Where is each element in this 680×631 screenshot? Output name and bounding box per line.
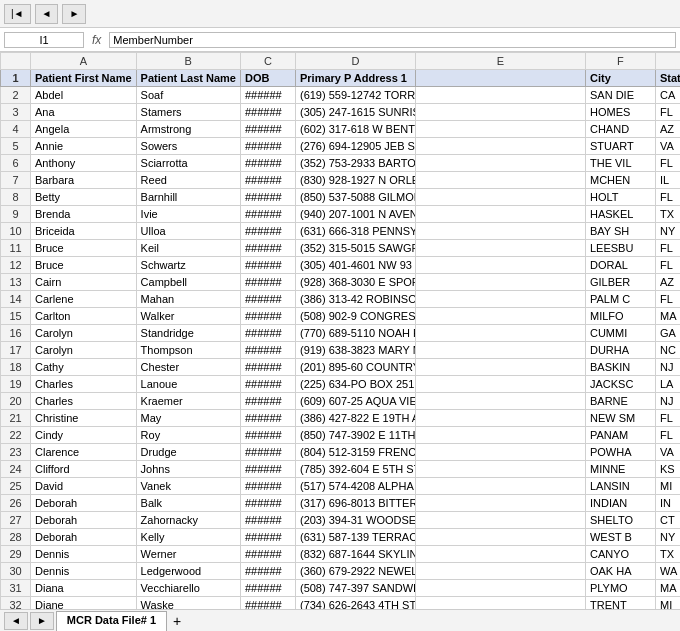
- cell-A-26[interactable]: Deborah: [31, 495, 137, 512]
- cell-A-16[interactable]: Carolyn: [31, 325, 137, 342]
- cell-C-10[interactable]: ######: [240, 223, 295, 240]
- sheet-nav-prev[interactable]: |◄: [4, 4, 31, 24]
- cell-G-8[interactable]: FL: [655, 189, 680, 206]
- cell-D-5[interactable]: (276) 694-12905 JEB STUART HWY: [295, 138, 415, 155]
- name-box[interactable]: [4, 32, 84, 48]
- cell-E-7[interactable]: [415, 172, 585, 189]
- col-header-D[interactable]: D: [295, 53, 415, 70]
- cell-F-23[interactable]: POWHA: [585, 444, 655, 461]
- cell-G-27[interactable]: CT: [655, 512, 680, 529]
- cell-G-29[interactable]: TX: [655, 546, 680, 563]
- cell-D-11[interactable]: (352) 315-5015 SAWGRASS LAKE CIR: [295, 240, 415, 257]
- cell-B-4[interactable]: Armstrong: [136, 121, 240, 138]
- cell-D-13[interactable]: (928) 368-3030 E SPORTS CT: [295, 274, 415, 291]
- cell-C-25[interactable]: ######: [240, 478, 295, 495]
- cell-G-25[interactable]: MI: [655, 478, 680, 495]
- cell-B-21[interactable]: May: [136, 410, 240, 427]
- cell-A-19[interactable]: Charles: [31, 376, 137, 393]
- cell-G-9[interactable]: TX: [655, 206, 680, 223]
- cell-B-18[interactable]: Chester: [136, 359, 240, 376]
- cell-E-21[interactable]: [415, 410, 585, 427]
- tab-nav-prev[interactable]: ◄: [4, 612, 28, 630]
- cell-B-16[interactable]: Standridge: [136, 325, 240, 342]
- cell-G-21[interactable]: FL: [655, 410, 680, 427]
- cell-F-22[interactable]: PANAM: [585, 427, 655, 444]
- col-header-F[interactable]: F: [585, 53, 655, 70]
- cell-A-7[interactable]: Barbara: [31, 172, 137, 189]
- cell-F-16[interactable]: CUMMI: [585, 325, 655, 342]
- cell-A-12[interactable]: Bruce: [31, 257, 137, 274]
- add-sheet-button[interactable]: +: [169, 613, 185, 629]
- cell-A-30[interactable]: Dennis: [31, 563, 137, 580]
- cell-F-12[interactable]: DORAL: [585, 257, 655, 274]
- cell-E-15[interactable]: [415, 308, 585, 325]
- cell-B-26[interactable]: Balk: [136, 495, 240, 512]
- cell-E-9[interactable]: [415, 206, 585, 223]
- cell-C-31[interactable]: ######: [240, 580, 295, 597]
- cell-A-8[interactable]: Betty: [31, 189, 137, 206]
- col-header-G[interactable]: G: [655, 53, 680, 70]
- col-header-E[interactable]: E: [415, 53, 585, 70]
- cell-A-31[interactable]: Diana: [31, 580, 137, 597]
- cell-A-21[interactable]: Christine: [31, 410, 137, 427]
- cell-C-2[interactable]: ######: [240, 87, 295, 104]
- cell-F-2[interactable]: SAN DIE: [585, 87, 655, 104]
- cell-G-23[interactable]: VA: [655, 444, 680, 461]
- cell-G-5[interactable]: VA: [655, 138, 680, 155]
- cell-D-8[interactable]: (850) 537-5088 GILMORE RD: [295, 189, 415, 206]
- cell-C-12[interactable]: ######: [240, 257, 295, 274]
- cell-C-15[interactable]: ######: [240, 308, 295, 325]
- cell-C-16[interactable]: ######: [240, 325, 295, 342]
- cell-C-7[interactable]: ######: [240, 172, 295, 189]
- cell-E-11[interactable]: [415, 240, 585, 257]
- cell-C-20[interactable]: ######: [240, 393, 295, 410]
- cell-A-23[interactable]: Clarence: [31, 444, 137, 461]
- cell-F-13[interactable]: GILBER: [585, 274, 655, 291]
- cell-D-2[interactable]: (619) 559-12742 TORREY BLUFF DR APT 33: [295, 87, 415, 104]
- cell-A-25[interactable]: David: [31, 478, 137, 495]
- cell-C-11[interactable]: ######: [240, 240, 295, 257]
- cell-D-27[interactable]: (203) 394-31 WOODSEND AVE: [295, 512, 415, 529]
- cell-D-26[interactable]: (317) 696-8013 BITTERNUT DR: [295, 495, 415, 512]
- cell-G-7[interactable]: IL: [655, 172, 680, 189]
- cell-D-32[interactable]: (734) 626-2643 4TH ST: [295, 597, 415, 610]
- cell-E-12[interactable]: [415, 257, 585, 274]
- cell-B-9[interactable]: Ivie: [136, 206, 240, 223]
- cell-D-29[interactable]: (832) 687-1644 SKYLINE HLS: [295, 546, 415, 563]
- cell-B-10[interactable]: Ulloa: [136, 223, 240, 240]
- cell-D-31[interactable]: (508) 747-397 SANDWICH ST: [295, 580, 415, 597]
- cell-B-20[interactable]: Kraemer: [136, 393, 240, 410]
- cell-D-12[interactable]: (305) 401-4601 NW 93 NRD DORAL CT: [295, 257, 415, 274]
- cell-A-27[interactable]: Deborah: [31, 512, 137, 529]
- cell-D-3[interactable]: (305) 247-1615 SUNRISE BLVD: [295, 104, 415, 121]
- cell-D-10[interactable]: (631) 666-318 PENNSYLVANIA AVE: [295, 223, 415, 240]
- cell-B-23[interactable]: Drudge: [136, 444, 240, 461]
- cell-C-4[interactable]: ######: [240, 121, 295, 138]
- cell-C-3[interactable]: ######: [240, 104, 295, 121]
- cell-F-19[interactable]: JACKSC: [585, 376, 655, 393]
- cell-C-30[interactable]: ######: [240, 563, 295, 580]
- cell-C-13[interactable]: ######: [240, 274, 295, 291]
- cell-A-11[interactable]: Bruce: [31, 240, 137, 257]
- cell-C-5[interactable]: ######: [240, 138, 295, 155]
- cell-D-25[interactable]: (517) 574-4208 ALPHA ST: [295, 478, 415, 495]
- cell-F-17[interactable]: DURHA: [585, 342, 655, 359]
- cell-C-18[interactable]: ######: [240, 359, 295, 376]
- cell-C-17[interactable]: ######: [240, 342, 295, 359]
- cell-E-25[interactable]: [415, 478, 585, 495]
- cell-A-22[interactable]: Cindy: [31, 427, 137, 444]
- cell-F-27[interactable]: SHELTO: [585, 512, 655, 529]
- cell-C-32[interactable]: ######: [240, 597, 295, 610]
- cell-F-7[interactable]: MCHEN: [585, 172, 655, 189]
- cell-F-29[interactable]: CANYO: [585, 546, 655, 563]
- cell-F-30[interactable]: OAK HA: [585, 563, 655, 580]
- cell-G-15[interactable]: MA: [655, 308, 680, 325]
- col-header-A[interactable]: A: [31, 53, 137, 70]
- cell-B-30[interactable]: Ledgerwood: [136, 563, 240, 580]
- cell-D-20[interactable]: (609) 607-25 AQUA VIEW LN: [295, 393, 415, 410]
- cell-A-32[interactable]: Diane: [31, 597, 137, 610]
- cell-A-4[interactable]: Angela: [31, 121, 137, 138]
- cell-E-2[interactable]: [415, 87, 585, 104]
- cell-E-6[interactable]: [415, 155, 585, 172]
- cell-D-9[interactable]: (940) 207-1001 N AVENUE I: [295, 206, 415, 223]
